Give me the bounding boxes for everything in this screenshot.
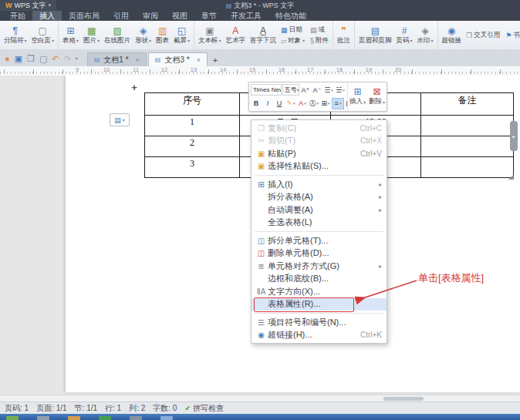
quick-access-dropdown-icon[interactable]: ▾: [76, 55, 78, 63]
table-move-handle-icon[interactable]: +: [129, 82, 140, 93]
tab-page-layout[interactable]: 页面布局: [62, 11, 106, 21]
page-break-button[interactable]: ¶ 分隔符▾: [2, 25, 29, 46]
tab-special-features[interactable]: 特色功能: [268, 11, 313, 21]
menu-item-bullets-numbering[interactable]: ☰ 项目符号和编号(N)...: [252, 316, 387, 329]
redo-icon[interactable]: ↷: [64, 55, 71, 63]
font-name-select[interactable]: Times New Rc▾: [251, 84, 282, 96]
menu-item-text-direction[interactable]: ⅡA 文字方向(X)...: [252, 285, 387, 298]
screenshot-button[interactable]: ◱ 截屏▾: [171, 25, 192, 46]
menu-item-split-cells[interactable]: ◫ 拆分单元格(T)...: [252, 234, 387, 247]
taskbar-icon[interactable]: [37, 416, 49, 420]
delete-rows-icon: ⊠: [373, 87, 380, 97]
chart-button[interactable]: ▥ 图表: [154, 25, 171, 46]
doc-tab-1[interactable]: ▤ 文档1 * ×: [87, 52, 147, 66]
page-number-button[interactable]: # 页码▾: [394, 25, 415, 46]
attachment-button[interactable]: § 附件: [310, 36, 329, 45]
object-button[interactable]: ▱ 对象▾: [281, 36, 305, 45]
character-shading-icon[interactable]: Ⓐ▾: [309, 99, 319, 109]
save-icon[interactable]: ▣: [15, 55, 22, 63]
date-button[interactable]: ▦ 日期: [281, 25, 305, 35]
font-size-select[interactable]: 五号▾: [282, 84, 299, 96]
field-button[interactable]: ▤ 域: [310, 25, 329, 35]
decrease-font-icon[interactable]: A⁻: [312, 85, 322, 95]
app-menu-button[interactable]: W WPS 文字 ▾: [0, 0, 56, 11]
tab-insert[interactable]: 插入: [32, 11, 62, 21]
table-cell[interactable]: 1: [145, 116, 240, 136]
bookmark-button[interactable]: ⚑ 书签: [505, 31, 520, 40]
comment-button[interactable]: ❞ 批注: [335, 25, 353, 46]
watermark-button[interactable]: ◈ 水印▾: [415, 25, 436, 46]
status-pages: 页面: 1/1: [36, 403, 66, 414]
header-footer-button[interactable]: ▤ 页眉和页脚: [356, 25, 394, 46]
tab-review[interactable]: 审阅: [136, 11, 165, 21]
table-cell[interactable]: [421, 136, 514, 157]
print-preview-icon[interactable]: ▢: [39, 55, 47, 63]
menu-item-cell-alignment[interactable]: ≣ 单元格对齐方式(G) ▸: [252, 260, 387, 273]
taskbar-icon[interactable]: [6, 416, 19, 420]
bullet-list-icon[interactable]: ☰▾: [323, 85, 334, 95]
horizontal-scrollbar-thumb[interactable]: [383, 397, 424, 401]
menu-item-autofit[interactable]: 自动调整(A) ▸: [252, 203, 387, 217]
taskbar-icon-active[interactable]: [160, 416, 173, 420]
table-insert-button[interactable]: ⊞ 插入▾: [348, 82, 367, 111]
table-cell[interactable]: 备注: [421, 93, 514, 116]
textbox-button[interactable]: ▣ 文本框▾: [196, 25, 224, 46]
hyperlink-button[interactable]: ◉ 超链接: [440, 25, 464, 46]
table-resize-handle-icon[interactable]: ◢: [508, 173, 514, 180]
print-icon[interactable]: ❒: [27, 55, 35, 63]
font-color-icon[interactable]: A▾: [297, 99, 308, 109]
italic-button[interactable]: I: [262, 99, 273, 109]
table-cell[interactable]: [421, 157, 514, 178]
close-icon[interactable]: ×: [197, 56, 201, 64]
number-list-icon[interactable]: ☱▾: [335, 85, 346, 95]
table-cell[interactable]: 序号: [145, 93, 240, 116]
tab-section[interactable]: 章节: [194, 11, 224, 21]
table-delete-button[interactable]: ⊠ 删除▾: [367, 82, 387, 111]
dropcap-button[interactable]: A̲ 首字下沉: [248, 25, 279, 46]
menu-item-paste-special[interactable]: ▣ 选择性粘贴(S)...: [252, 160, 387, 173]
menu-item-hyperlink[interactable]: ◉ 超链接(H)... Ctrl+K: [252, 329, 387, 342]
submenu-arrow-icon: ▸: [379, 207, 382, 213]
align-center-icon[interactable]: ≡▾: [332, 98, 344, 109]
taskbar-icon[interactable]: [99, 416, 111, 420]
spell-check-toggle[interactable]: ✔ 拼写检查: [184, 403, 224, 414]
tab-developer[interactable]: 开发工具: [224, 11, 268, 21]
wps-menu-icon[interactable]: ●: [5, 55, 10, 63]
vertical-scrollbar-thumb[interactable]: ▸: [510, 121, 518, 151]
wordart-button[interactable]: A 艺术字: [224, 25, 248, 46]
close-icon[interactable]: ×: [136, 56, 140, 64]
tab-home[interactable]: 开始: [3, 11, 32, 21]
table-cell[interactable]: 3: [145, 157, 240, 178]
menu-item-paste[interactable]: ▣ 粘贴(P) Ctrl+V: [252, 147, 387, 160]
underline-button[interactable]: U: [274, 99, 285, 109]
online-picture-button[interactable]: ▧ 在线图片: [102, 25, 133, 46]
insert-table-button[interactable]: ⊞ 表格▾: [60, 25, 81, 46]
taskbar-icon[interactable]: [130, 416, 142, 420]
menu-item-table-properties[interactable]: 表格属性(R)...: [252, 298, 387, 311]
table-cell[interactable]: [421, 116, 514, 136]
increase-font-icon[interactable]: A⁺: [300, 85, 311, 95]
blank-page-button[interactable]: ▢ 空白页▾: [29, 25, 57, 46]
windows-taskbar[interactable]: [0, 414, 520, 420]
undo-icon[interactable]: ↶: [52, 55, 59, 63]
taskbar-icon[interactable]: [68, 416, 80, 420]
tab-view[interactable]: 视图: [165, 11, 194, 21]
doc-tab-3[interactable]: ▤ 文档3 * ×: [148, 52, 208, 66]
menu-item-copy[interactable]: ❐ 复制(C) Ctrl+C: [252, 122, 387, 135]
new-tab-button[interactable]: +: [209, 53, 221, 66]
insert-picture-button[interactable]: ▦ 图片▾: [81, 25, 102, 46]
paste-options-button[interactable]: ▤▾: [110, 113, 130, 126]
table-cell[interactable]: 2: [145, 136, 240, 157]
borders-icon[interactable]: ⊞▾: [320, 99, 331, 109]
menu-item-select-table[interactable]: 全选表格(L): [252, 217, 387, 230]
highlight-color-icon[interactable]: ✎▾: [285, 99, 296, 109]
menu-item-insert[interactable]: ⊞ 插入(I) ▸: [252, 178, 387, 191]
shapes-button[interactable]: ◈ 形状▾: [133, 25, 154, 46]
menu-item-cut[interactable]: ✂ 剪切(T) Ctrl+X: [252, 135, 387, 148]
menu-item-borders-shading[interactable]: 边框和底纹(B)...: [252, 273, 387, 286]
cross-reference-button[interactable]: ❐ 交叉引用: [466, 31, 500, 40]
bold-button[interactable]: B: [251, 99, 262, 109]
tab-references[interactable]: 引用: [106, 11, 136, 21]
menu-item-delete-cells[interactable]: ◫ 删除单元格(D)...: [252, 247, 387, 260]
menu-item-split-table[interactable]: 拆分表格(A) ▸: [252, 191, 387, 204]
